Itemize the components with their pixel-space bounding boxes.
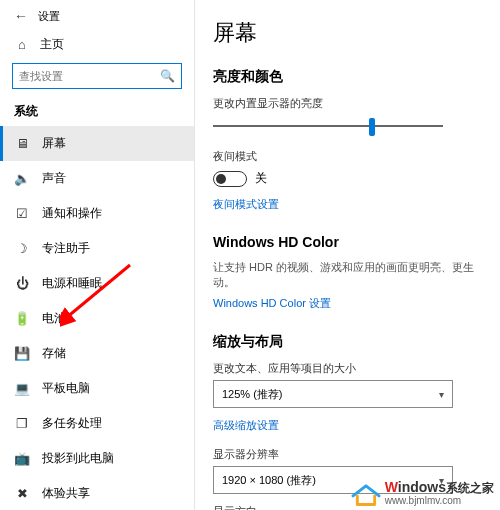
multitask-icon: ❐ xyxy=(14,416,30,431)
sidebar-item-multitask[interactable]: ❐ 多任务处理 xyxy=(0,406,194,441)
resolution-select[interactable]: 1920 × 1080 (推荐) ▾ xyxy=(213,466,453,494)
sound-icon: 🔈 xyxy=(14,171,30,186)
sidebar: ← 设置 ⌂ 主页 🔍 系统 🖥 屏幕 🔈 声音 ☑ 通知和操作 xyxy=(0,0,195,510)
sidebar-item-label: 通知和操作 xyxy=(42,205,102,222)
scale-value: 125% (推荐) xyxy=(222,387,283,402)
sidebar-item-battery[interactable]: 🔋 电池 xyxy=(0,301,194,336)
sidebar-item-label: 平板电脑 xyxy=(42,380,90,397)
nav-list: 🖥 屏幕 🔈 声音 ☑ 通知和操作 ☽ 专注助手 ⏻ 电源和睡眠 🔋 电池 xyxy=(0,126,194,510)
sidebar-item-label: 屏幕 xyxy=(42,135,66,152)
sidebar-item-power[interactable]: ⏻ 电源和睡眠 xyxy=(0,266,194,301)
sidebar-item-label: 投影到此电脑 xyxy=(42,450,114,467)
home-icon: ⌂ xyxy=(14,37,30,52)
notify-icon: ☑ xyxy=(14,206,30,221)
slider-thumb[interactable] xyxy=(369,118,375,136)
scale-select[interactable]: 125% (推荐) ▾ xyxy=(213,380,453,408)
resolution-label: 显示器分辨率 xyxy=(213,447,486,462)
storage-icon: 💾 xyxy=(14,346,30,361)
sidebar-item-project[interactable]: 📺 投影到此电脑 xyxy=(0,441,194,476)
home-label: 主页 xyxy=(40,36,64,53)
hd-color-desc: 让支持 HDR 的视频、游戏和应用的画面更明亮、更生动。 xyxy=(213,260,486,290)
power-icon: ⏻ xyxy=(14,276,30,291)
hd-color-title: Windows HD Color xyxy=(213,234,486,250)
chevron-down-icon: ▾ xyxy=(439,389,444,400)
sidebar-item-sound[interactable]: 🔈 声音 xyxy=(0,161,194,196)
sidebar-item-label: 电源和睡眠 xyxy=(42,275,102,292)
sidebar-item-label: 声音 xyxy=(42,170,66,187)
night-light-settings-link[interactable]: 夜间模式设置 xyxy=(213,197,486,212)
search-input[interactable] xyxy=(19,70,160,82)
search-box[interactable]: 🔍 xyxy=(12,63,182,89)
tablet-icon: 💻 xyxy=(14,381,30,396)
shared-icon: ✖ xyxy=(14,486,30,501)
window-title: 设置 xyxy=(38,9,60,24)
content-area: 屏幕 亮度和颜色 更改内置显示器的亮度 夜间模式 关 夜间模式设置 Window… xyxy=(195,0,500,510)
sidebar-item-label: 电池 xyxy=(42,310,66,327)
sidebar-item-notifications[interactable]: ☑ 通知和操作 xyxy=(0,196,194,231)
sidebar-item-focus[interactable]: ☽ 专注助手 xyxy=(0,231,194,266)
scale-label: 更改文本、应用等项目的大小 xyxy=(213,361,486,376)
brightness-label: 更改内置显示器的亮度 xyxy=(213,96,486,111)
sidebar-item-tablet[interactable]: 💻 平板电脑 xyxy=(0,371,194,406)
chevron-down-icon: ▾ xyxy=(439,475,444,486)
sidebar-item-label: 多任务处理 xyxy=(42,415,102,432)
advanced-scale-link[interactable]: 高级缩放设置 xyxy=(213,418,486,433)
monitor-icon: 🖥 xyxy=(14,136,30,151)
night-light-label: 夜间模式 xyxy=(213,149,486,164)
sidebar-item-label: 存储 xyxy=(42,345,66,362)
scale-section-title: 缩放与布局 xyxy=(213,333,486,351)
resolution-value: 1920 × 1080 (推荐) xyxy=(222,473,316,488)
orientation-label: 显示方向 xyxy=(213,504,486,510)
brightness-section-title: 亮度和颜色 xyxy=(213,68,486,86)
sidebar-item-label: 体验共享 xyxy=(42,485,90,502)
sidebar-item-display[interactable]: 🖥 屏幕 xyxy=(0,126,194,161)
hd-color-link[interactable]: Windows HD Color 设置 xyxy=(213,296,486,311)
page-title: 屏幕 xyxy=(213,18,486,48)
brightness-slider[interactable] xyxy=(213,125,443,127)
battery-icon: 🔋 xyxy=(14,311,30,326)
sidebar-item-shared[interactable]: ✖ 体验共享 xyxy=(0,476,194,510)
section-header: 系统 xyxy=(0,99,194,126)
back-button[interactable]: ← xyxy=(14,8,28,24)
project-icon: 📺 xyxy=(14,451,30,466)
focus-icon: ☽ xyxy=(14,241,30,256)
night-light-state: 关 xyxy=(255,170,267,187)
toggle-knob xyxy=(216,174,226,184)
sidebar-item-storage[interactable]: 💾 存储 xyxy=(0,336,194,371)
night-light-toggle[interactable] xyxy=(213,171,247,187)
home-button[interactable]: ⌂ 主页 xyxy=(0,30,194,63)
search-icon: 🔍 xyxy=(160,69,175,83)
sidebar-item-label: 专注助手 xyxy=(42,240,90,257)
